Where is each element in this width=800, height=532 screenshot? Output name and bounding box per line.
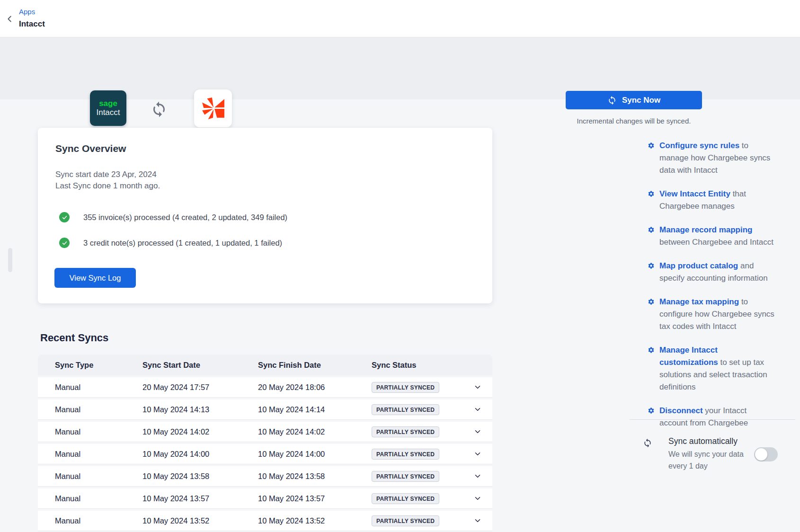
sync-start-date: Sync start date 23 Apr, 2024 (55, 169, 475, 180)
chargebee-logo (194, 89, 232, 127)
recent-syncs-table: Sync Type Sync Start Date Sync Finish Da… (38, 355, 492, 531)
row-start-date: 10 May 2024 13:58 (142, 472, 258, 481)
sidebar-link[interactable]: View Intacct Entity (659, 189, 733, 198)
sync-status-badge: PARTIALLY SYNCED (372, 382, 439, 393)
gear-icon (648, 262, 655, 269)
sidebar-link[interactable]: Configure sync rules (659, 141, 742, 150)
sage-intacct-text: Intacct (96, 108, 120, 117)
row-sync-type: Manual (55, 472, 142, 481)
chevron-down-icon (473, 472, 482, 480)
row-sync-type: Manual (55, 405, 142, 414)
stat-text: 3 credit note(s) processed (1 created, 1… (83, 239, 282, 248)
row-sync-type: Manual (55, 450, 142, 459)
chevron-down-icon (473, 516, 482, 525)
sync-now-button[interactable]: Sync Now (566, 91, 702, 109)
sync-arrows-icon (151, 101, 168, 118)
overview-stat-row: 3 credit note(s) processed (1 created, 1… (55, 237, 475, 248)
expand-row-button[interactable] (473, 405, 505, 414)
sync-log-row: Manual 10 May 2024 14:02 10 May 2024 14:… (38, 422, 492, 442)
chevron-left-icon (5, 14, 15, 24)
left-scrollbar-handle[interactable] (8, 248, 12, 272)
sage-intacct-logo: sage Intacct (90, 90, 126, 126)
help-links-sidebar: Configure sync rules to manage how Charg… (648, 140, 778, 441)
recent-syncs-title: Recent Syncs (40, 332, 108, 344)
row-start-date: 10 May 2024 14:13 (142, 405, 258, 414)
chargebee-pinwheel-icon (201, 97, 225, 120)
sidebar-help-item: View Intacct Entity that Chargebee manag… (648, 188, 778, 213)
auto-sync-toggle[interactable] (754, 447, 778, 461)
expand-row-button[interactable] (473, 516, 505, 525)
success-check-icon (59, 238, 70, 248)
sidebar-link[interactable]: Disconnect (659, 406, 705, 415)
col-sync-finish-date: Sync Finish Date (258, 361, 372, 370)
sync-log-row: Manual 10 May 2024 14:13 10 May 2024 14:… (38, 399, 492, 419)
gear-icon (648, 346, 655, 354)
row-start-date: 10 May 2024 13:52 (142, 516, 258, 525)
chevron-down-icon (473, 383, 482, 391)
sidebar-help-item: Configure sync rules to manage how Charg… (648, 140, 778, 177)
sync-icon (607, 96, 617, 105)
chevron-down-icon (473, 427, 482, 436)
sidebar-divider (630, 419, 795, 420)
sync-status-badge: PARTIALLY SYNCED (372, 404, 439, 415)
sync-status-badge: PARTIALLY SYNCED (372, 515, 439, 526)
expand-row-button[interactable] (473, 494, 505, 503)
top-bar: Apps Intacct (0, 0, 800, 37)
sidebar-link[interactable]: Manage record mapping (659, 225, 752, 234)
col-sync-status: Sync Status (372, 361, 473, 370)
row-sync-type: Manual (55, 427, 142, 436)
auto-sync-title: Sync automatically (668, 436, 751, 446)
sidebar-link[interactable]: Manage tax mapping (659, 297, 741, 306)
connector-band: sage Intacct Sync Now Incremental change… (0, 37, 800, 99)
expand-row-button[interactable] (473, 450, 505, 458)
gear-icon (648, 407, 655, 414)
back-button[interactable] (4, 13, 16, 25)
row-start-date: 10 May 2024 13:57 (142, 494, 258, 503)
overview-stats: 355 invoice(s) processed (4 created, 2 u… (55, 212, 475, 248)
sync-note: Incremental changes will be synced. (566, 117, 702, 125)
sync-status-badge: PARTIALLY SYNCED (372, 493, 439, 504)
chevron-down-icon (473, 494, 482, 503)
chevron-down-icon (473, 450, 482, 458)
sage-logo-text: sage (99, 99, 117, 108)
sidebar-link-desc: between Chargebee and Intacct (659, 238, 773, 247)
overview-stat-row: 355 invoice(s) processed (4 created, 2 u… (55, 212, 475, 223)
sidebar-link[interactable]: Manage Intacct customizations (659, 346, 720, 367)
row-sync-type: Manual (55, 383, 142, 392)
overview-title: Sync Overview (55, 143, 475, 154)
chevron-down-icon (473, 405, 482, 414)
row-finish-date: 10 May 2024 13:52 (258, 516, 372, 525)
expand-row-button[interactable] (473, 383, 505, 391)
sidebar-help-item: Map product catalog and specify accounti… (648, 260, 778, 284)
sync-now-label: Sync Now (622, 96, 660, 105)
gear-icon (648, 142, 655, 149)
row-finish-date: 10 May 2024 14:02 (258, 427, 372, 436)
table-header: Sync Type Sync Start Date Sync Finish Da… (38, 355, 492, 375)
row-finish-date: 10 May 2024 13:58 (258, 472, 372, 481)
success-check-icon (59, 212, 70, 222)
gear-icon (648, 190, 655, 197)
row-start-date: 20 May 2024 17:57 (142, 383, 258, 392)
sync-log-row: Manual 20 May 2024 17:57 20 May 2024 18:… (38, 377, 492, 397)
row-sync-type: Manual (55, 516, 142, 525)
toggle-knob (755, 448, 767, 461)
sidebar-link[interactable]: Map product catalog (659, 261, 740, 270)
expand-row-button[interactable] (473, 472, 505, 480)
sidebar-help-item: Disconnect your Intacct account from Cha… (648, 405, 778, 429)
breadcrumb-apps-link[interactable]: Apps (19, 8, 35, 16)
sync-status-badge: PARTIALLY SYNCED (372, 426, 439, 437)
expand-row-button[interactable] (473, 427, 505, 436)
last-sync: Last Sync done 1 month ago. (55, 180, 475, 192)
view-sync-log-button[interactable]: View Sync Log (54, 268, 136, 288)
sidebar-help-item: Manage Intacct customizations to set up … (648, 344, 778, 393)
row-start-date: 10 May 2024 14:00 (142, 450, 258, 459)
row-finish-date: 20 May 2024 18:06 (258, 383, 372, 392)
sidebar-help-item: Manage tax mapping to configure how Char… (648, 296, 778, 333)
row-sync-type: Manual (55, 494, 142, 503)
sidebar-help-item: Manage record mapping between Chargebee … (648, 224, 778, 248)
row-start-date: 10 May 2024 14:02 (142, 427, 258, 436)
stat-text: 355 invoice(s) processed (4 created, 2 u… (83, 213, 287, 222)
row-finish-date: 10 May 2024 13:57 (258, 494, 372, 503)
gear-icon (648, 298, 655, 305)
sync-status-badge: PARTIALLY SYNCED (372, 471, 439, 482)
